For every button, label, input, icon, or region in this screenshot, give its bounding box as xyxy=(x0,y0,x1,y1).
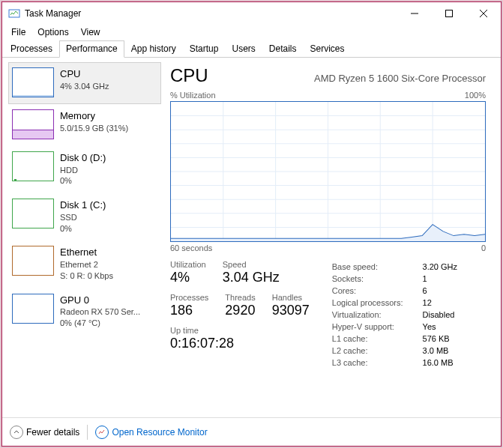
sidebar-item-disk0[interactable]: Disk 0 (D:) HDD 0% xyxy=(8,146,161,193)
uptime-value: 0:16:07:28 xyxy=(170,336,310,351)
menu-file[interactable]: File xyxy=(5,25,31,39)
chart-xmin: 60 seconds xyxy=(170,243,212,252)
sidebar-item-disk1[interactable]: Disk 1 (C:) SSD 0% xyxy=(8,193,161,240)
task-manager-window: Task Manager File Options View Processes… xyxy=(1,1,502,447)
tab-bar: Processes Performance App history Startu… xyxy=(2,40,501,58)
disk-thumb xyxy=(12,151,54,181)
menu-options[interactable]: Options xyxy=(31,25,74,39)
body: CPU 4% 3.04 GHz Memory 5.0/15.9 GB (31%)… xyxy=(2,58,501,417)
processes-value: 186 xyxy=(170,303,208,318)
menubar: File Options View xyxy=(2,25,501,40)
chart-xmax: 0 xyxy=(481,243,486,252)
tab-processes[interactable]: Processes xyxy=(4,40,59,58)
main-panel: CPU AMD Ryzen 5 1600 Six-Core Processor … xyxy=(164,58,501,417)
fewer-details-button[interactable]: Fewer details xyxy=(10,426,79,439)
chart-ymax: 100% xyxy=(465,91,486,100)
open-resource-monitor-link[interactable]: Open Resource Monitor xyxy=(95,426,207,439)
tab-performance[interactable]: Performance xyxy=(59,40,124,58)
stats-block: Utilization4% Speed3.04 GHz Processes186… xyxy=(170,260,486,369)
close-button[interactable] xyxy=(466,2,501,25)
titlebar[interactable]: Task Manager xyxy=(2,2,501,25)
monitor-icon xyxy=(95,426,109,439)
sidebar-item-gpu[interactable]: GPU 0 Radeon RX 570 Ser... 0% (47 °C) xyxy=(8,288,161,336)
divider xyxy=(87,425,88,440)
sidebar-item-memory[interactable]: Memory 5.0/15.9 GB (31%) xyxy=(8,104,161,146)
sidebar-item-label: CPU xyxy=(60,67,109,81)
sidebar-item-ethernet[interactable]: Ethernet Ethernet 2 S: 0 R: 0 Kbps xyxy=(8,240,161,288)
utilization-chart[interactable] xyxy=(170,101,486,242)
tab-startup[interactable]: Startup xyxy=(183,40,226,58)
sidebar-item-label: Memory xyxy=(60,109,128,123)
sidebar-item-cpu[interactable]: CPU 4% 3.04 GHz xyxy=(8,62,161,104)
chevron-up-icon xyxy=(10,426,23,439)
sidebar-item-label: Disk 0 (D:) xyxy=(60,151,106,165)
chart-ylabel: % Utilization xyxy=(170,91,216,100)
sidebar-item-label: Ethernet xyxy=(60,246,113,259)
speed-value: 3.04 GHz xyxy=(223,270,280,285)
svg-rect-2 xyxy=(446,10,453,17)
tab-app-history[interactable]: App history xyxy=(124,40,183,58)
sidebar-item-label: GPU 0 xyxy=(60,294,140,307)
gpu-thumb xyxy=(12,294,54,324)
ethernet-thumb xyxy=(12,246,54,276)
app-icon xyxy=(8,7,20,19)
minimize-button[interactable] xyxy=(397,2,432,25)
tab-services[interactable]: Services xyxy=(304,40,352,58)
disk-thumb xyxy=(12,199,54,228)
tab-users[interactable]: Users xyxy=(225,40,262,58)
cpu-details-table: Base speed:3.20 GHz Sockets:1 Cores:6 Lo… xyxy=(331,260,459,369)
footer: Fewer details Open Resource Monitor xyxy=(2,417,501,446)
menu-view[interactable]: View xyxy=(75,25,106,39)
maximize-button[interactable] xyxy=(432,2,466,25)
memory-thumb xyxy=(12,109,54,139)
page-title: CPU xyxy=(170,65,208,86)
window-title: Task Manager xyxy=(25,8,397,19)
handles-value: 93097 xyxy=(272,303,310,318)
cpu-model: AMD Ryzen 5 1600 Six-Core Processor xyxy=(314,73,486,84)
utilization-value: 4% xyxy=(170,270,206,285)
sidebar: CPU 4% 3.04 GHz Memory 5.0/15.9 GB (31%)… xyxy=(2,58,164,417)
sidebar-item-label: Disk 1 (C:) xyxy=(60,199,106,212)
tab-details[interactable]: Details xyxy=(262,40,304,58)
threads-value: 2920 xyxy=(225,303,255,318)
cpu-thumb xyxy=(12,67,54,97)
